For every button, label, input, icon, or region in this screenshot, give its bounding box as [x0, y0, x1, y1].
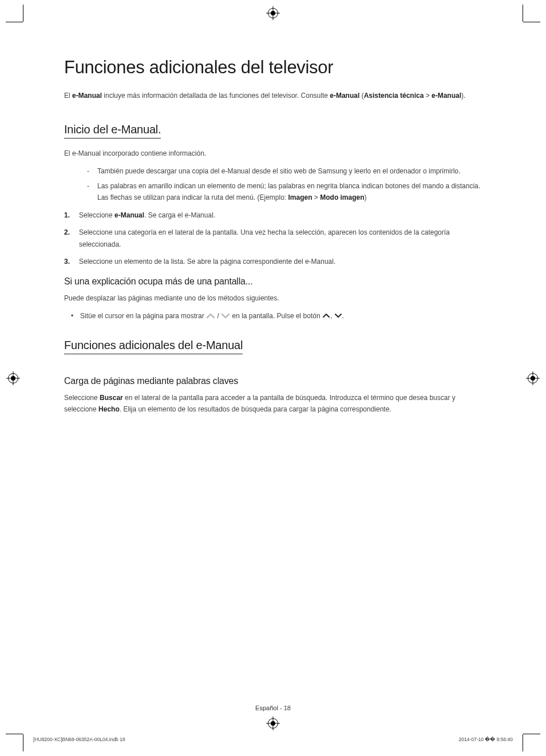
registration-mark-left: [8, 373, 18, 383]
method-item: Sitúe el cursor en la página para mostra…: [71, 310, 482, 323]
section-lead: El e-Manual incorporado contiene informa…: [64, 148, 482, 159]
chevron-down-icon: [334, 311, 342, 322]
method-list: Sitúe el cursor en la página para mostra…: [71, 310, 482, 323]
steps-list: 1. Seleccione e-Manual. Se carga el e-Ma…: [64, 209, 482, 268]
note-item: Las palabras en amarillo indican un elem…: [87, 180, 482, 204]
step-item: 1. Seleccione e-Manual. Se carga el e-Ma…: [64, 209, 482, 221]
subsection-lead: Puede desplazar las páginas mediante uno…: [64, 292, 482, 304]
note-item: También puede descargar una copia del e-…: [87, 165, 482, 177]
chevron-up-soft-icon: [206, 311, 215, 323]
step-item: 3. Seleccione un elemento de la lista. S…: [64, 256, 482, 267]
registration-mark-top: [268, 8, 278, 18]
intro-text: El e-Manual incluye más información deta…: [64, 90, 482, 101]
page-content: Funciones adicionales del televisor El e…: [64, 57, 482, 421]
registration-mark-bottom: [268, 718, 278, 729]
footer-timestamp: 2014-07-10 �� 8:56:40: [458, 737, 513, 742]
chevron-down-soft-icon: [221, 311, 230, 323]
footer-page-number: Español - 18: [0, 704, 546, 711]
registration-mark-right: [528, 373, 538, 383]
footer-file-info: [HU8200-XC]BN68-06352A-00L04.indb 18: [33, 737, 125, 742]
section-heading-funciones: Funciones adicionales del e-Manual: [64, 339, 243, 354]
subsection-heading-scroll: Si una explicación ocupa más de una pant…: [64, 276, 482, 287]
chevron-up-icon: [322, 311, 330, 322]
step-item: 2. Seleccione una categoría en el latera…: [64, 227, 482, 250]
section-heading-inicio: Inicio del e-Manual.: [64, 123, 161, 138]
notes-list: También puede descargar una copia del e-…: [87, 165, 482, 204]
page-title: Funciones adicionales del televisor: [64, 57, 482, 78]
subsection-heading-keywords: Carga de páginas mediante palabras clave…: [64, 376, 482, 386]
keywords-paragraph: Seleccione Buscar en el lateral de la pa…: [64, 392, 482, 415]
